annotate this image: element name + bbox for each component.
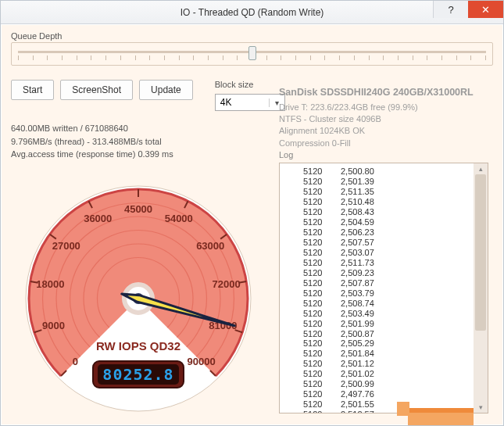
titlebar: IO - Threaded QD (Random Write) ? ✕ (1, 1, 503, 24)
close-button[interactable]: ✕ (468, 1, 503, 18)
log-row: 51202,505.29 (280, 338, 488, 349)
iops-gauge: 0900018000270003600045000540006300072000… (13, 181, 263, 424)
drive-line: Compression 0-Fill (279, 138, 474, 149)
window-title: IO - Threaded QD (Random Write) (1, 7, 503, 18)
log-row: 51202,501.12 (280, 359, 488, 369)
log-row: 51202,508.43 (280, 207, 488, 217)
log-row: 51202,501.39 (280, 177, 488, 187)
log-row: 51202,500.87 (280, 329, 488, 339)
queue-depth-slider[interactable] (11, 42, 493, 66)
log-row: 51202,503.79 (280, 288, 488, 299)
screenshot-button[interactable]: ScreenShot (60, 80, 133, 100)
log-row: 51202,509.23 (280, 268, 488, 278)
slider-thumb[interactable] (248, 46, 256, 60)
footer-highlight (408, 408, 474, 425)
log-row: 51202,501.02 (280, 369, 488, 379)
log-row: 51202,503.07 (280, 248, 488, 258)
log-row: 51202,501.84 (280, 349, 488, 359)
log-scrollbar[interactable]: ▴ ▾ (474, 163, 488, 413)
svg-text:9000: 9000 (42, 320, 65, 331)
log-row: 51202,501.99 (280, 319, 488, 329)
svg-text:0: 0 (73, 356, 78, 367)
scroll-thumb[interactable] (475, 174, 486, 331)
svg-text:RW IOPS QD32: RW IOPS QD32 (96, 339, 181, 353)
svg-text:63000: 63000 (196, 240, 224, 252)
content-area: Queue Depth Start ScreenShot Update Bloc… (2, 25, 502, 424)
drive-info: SanDisk SDSSDHII240G 240GB/X31000RL Driv… (279, 86, 474, 149)
svg-text:72000: 72000 (213, 278, 241, 290)
log-row: 51202,511.73 (280, 258, 488, 268)
log-row: 51202,507.87 (280, 278, 488, 288)
svg-text:90000: 90000 (188, 356, 216, 367)
scroll-up-icon[interactable]: ▴ (474, 163, 488, 174)
log-row: 51202,500.99 (280, 379, 488, 389)
log-row: 51202,503.49 (280, 309, 488, 319)
log-label: Log (279, 150, 293, 159)
stats-line: Avg.access time (response time) 0.399 ms (11, 148, 493, 161)
log-row: 51202,500.80 (280, 166, 488, 177)
block-size-select[interactable]: 4K ▾ (215, 94, 285, 111)
log-row: 51202,510.48 (280, 197, 488, 207)
log-row: 51202,504.59 (280, 217, 488, 227)
drive-name: SanDisk SDSSDHII240G 240GB/X31000RL (279, 86, 474, 100)
svg-text:36000: 36000 (84, 213, 112, 224)
svg-text:45000: 45000 (124, 203, 152, 215)
log-row: 51202,506.23 (280, 227, 488, 238)
log-row: 51202,507.57 (280, 238, 488, 248)
log-row: 51202,511.35 (280, 187, 488, 197)
svg-text:80252.8: 80252.8 (102, 365, 173, 384)
svg-text:27000: 27000 (52, 240, 80, 252)
drive-line: Drive T: 223.6/223.4GB free (99.9%) (279, 102, 474, 113)
log-row: 51202,508.74 (280, 299, 488, 309)
block-size-value: 4K (216, 97, 269, 108)
drive-line: Alignment 1024KB OK (279, 125, 474, 137)
help-button[interactable]: ? (433, 1, 468, 18)
log-table: 51202,500.8051202,501.3951202,511.355120… (280, 163, 488, 413)
log-box: 51202,500.8051202,501.3951202,511.355120… (279, 163, 488, 413)
log-row: 51202,497.76 (280, 389, 488, 399)
drive-line: NTFS - Cluster size 4096B (279, 113, 474, 125)
block-size-label: Block size (215, 80, 285, 89)
queue-depth-label: Queue Depth (11, 31, 493, 41)
update-button[interactable]: Update (139, 80, 193, 100)
start-button[interactable]: Start (11, 80, 54, 100)
svg-text:18000: 18000 (36, 278, 64, 290)
scroll-down-icon[interactable]: ▾ (474, 402, 488, 413)
svg-text:54000: 54000 (165, 213, 193, 224)
